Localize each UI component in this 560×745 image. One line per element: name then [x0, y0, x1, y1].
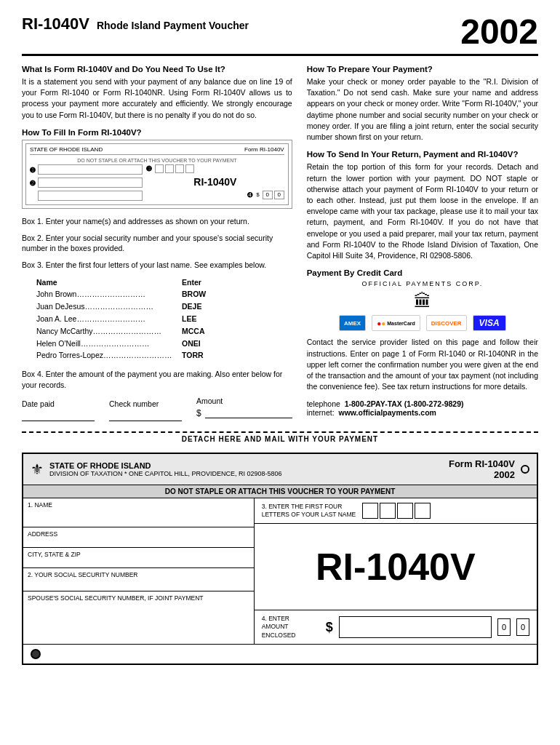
- credit-heading: Payment By Credit Card: [307, 268, 538, 277]
- name-0: John Brown………………………: [36, 288, 182, 300]
- name-col-header: Name: [36, 276, 182, 289]
- right-column: How To Prepare Your Payment? Make your c…: [307, 65, 538, 424]
- page-header: RI-1040V Rhode Island Payment Voucher 20…: [22, 15, 538, 56]
- box3-desc: Box 3. Enter the first four letters of y…: [22, 260, 292, 271]
- date-paid-item: Date paid: [22, 399, 95, 421]
- name-3: Nancy McCarthy………………………: [36, 325, 182, 338]
- internet-label: internet:: [307, 408, 335, 417]
- amount-dollar-sign: $: [326, 620, 333, 635]
- bottom-form: ⚜ STATE OF RHODE ISLAND DIVISION OF TAXA…: [22, 453, 538, 665]
- discover-logo: DISCOVER: [426, 315, 467, 331]
- amount-label-line1: 4. ENTER: [262, 615, 320, 623]
- state-name: STATE OF RHODE ISLAND: [49, 461, 282, 470]
- form-fields-area: 1. NAME ADDRESS CITY, STATE & ZIP 2. YOU…: [23, 498, 537, 644]
- mini-zero-1: 0: [263, 191, 273, 199]
- amount-enter-box: [339, 616, 492, 638]
- official-payments-label: OFFICIAL PAYMENTS CORP.: [307, 280, 538, 287]
- name-5: Pedro Torres-Lopez………………………: [36, 349, 182, 362]
- mini-zero-2: 0: [274, 191, 284, 199]
- code-1: DEJE: [182, 300, 201, 313]
- credit-text: Contact the service provider listed on t…: [307, 337, 538, 392]
- letters-label: 3. ENTER THE FIRST FOUR LETTERS OF YOUR …: [262, 503, 356, 519]
- instructions-section: What Is Form RI-1040V and Do You Need To…: [22, 65, 538, 424]
- send-text: Retain the top portion of this form for …: [307, 162, 538, 261]
- mini-letter-1: [155, 164, 164, 173]
- date-paid-label: Date paid: [22, 399, 95, 408]
- fill-in-preview: STATE OF RHODE ISLAND Form RI-1040V DO N…: [22, 140, 292, 209]
- name-row-1: Juan DeJesus……………………… DEJE: [36, 300, 292, 313]
- internet-line: internet: www.officialpayments.com: [307, 408, 538, 417]
- detach-line: DETACH HERE AND MAIL WITH YOUR PAYMENT: [22, 431, 538, 445]
- form-year: 2002: [460, 15, 538, 49]
- arrow-1: ➊: [30, 167, 36, 174]
- code-2: LEE: [182, 313, 196, 325]
- prepare-heading: How To Prepare Your Payment?: [307, 65, 538, 73]
- amount-label-line3: ENCLOSED: [262, 632, 320, 640]
- amount-label: Amount: [196, 397, 292, 405]
- bottom-form-year: 2002: [449, 469, 515, 480]
- telephone-line: telephone 1-800-2PAY-TAX (1-800-272-9829…: [307, 399, 538, 408]
- credit-card-section: OFFICIAL PAYMENTS CORP. 🏛 AMEX ● ● Maste…: [307, 280, 538, 417]
- arrow-4: ➍: [247, 191, 253, 199]
- bank-icon: 🏛: [307, 291, 538, 311]
- fill-donotstaple: DO NOT STAPLE OR ATTACH THIS VOUCHER TO …: [30, 157, 284, 164]
- name-field-box: 1. NAME: [23, 498, 254, 527]
- name-field-label: 1. NAME: [28, 501, 249, 509]
- dollar-mini: $: [256, 191, 259, 198]
- bottom-header-right: Form RI-1040V 2002: [449, 458, 529, 480]
- ssn-field-label: 2. YOUR SOCIAL SECURITY NUMBER: [28, 571, 249, 578]
- letter-box-1: [362, 503, 378, 519]
- box2-desc: Box 2. Enter your social security number…: [22, 233, 292, 254]
- state-seal-icon: ⚜: [31, 461, 44, 478]
- spouse-ssn-label: SPOUSE'S SOCIAL SECURITY NUMBER, IF JOIN…: [28, 594, 249, 602]
- code-3: MCCA: [182, 325, 205, 338]
- code-4: ONEI: [182, 338, 201, 350]
- letters-boxes: [362, 503, 431, 519]
- bottom-form-name: Form RI-1040V: [449, 458, 515, 469]
- name-4: Helen O'Neill………………………: [36, 338, 182, 350]
- prepare-text: Make your check or money order payable t…: [307, 76, 538, 143]
- letter-boxes-mini: [155, 164, 194, 173]
- header-left: RI-1040V Rhode Island Payment Voucher: [22, 15, 249, 33]
- fill-ssn2-field: [38, 191, 143, 201]
- footer-bullet: [31, 649, 41, 659]
- fill-amount-area: ➍ $ 0 0: [146, 191, 284, 199]
- mini-letter-4: [185, 164, 194, 173]
- zero-box-2: 0: [516, 618, 529, 636]
- city-field-label: CITY, STATE & ZIP: [28, 551, 249, 558]
- amount-label-line2: AMOUNT: [262, 623, 320, 631]
- name-row-4: Helen O'Neill……………………… ONEI: [36, 338, 292, 350]
- amount-item: Amount $: [196, 397, 292, 421]
- name-row-0: John Brown……………………… BROW: [36, 288, 292, 300]
- telephone-number: 1-800-2PAY-TAX (1-800-272-9829): [345, 399, 464, 408]
- form-left-fields: 1. NAME ADDRESS CITY, STATE & ZIP 2. YOU…: [23, 498, 255, 644]
- left-column: What Is Form RI-1040V and Do You Need To…: [22, 65, 292, 424]
- fill-rows: ➊ ➋ ➋ ➌: [30, 164, 284, 202]
- amount-enclosed-label: 4. ENTER AMOUNT ENCLOSED: [262, 615, 320, 639]
- box4-section: Box 4. Enter the amount of the payment y…: [22, 369, 292, 421]
- name-row-2: Joan A. Lee……………………… LEE: [36, 313, 292, 325]
- card-logos: AMEX ● ● MasterCard DISCOVER VISA: [307, 315, 538, 331]
- letter-box-3: [397, 503, 413, 519]
- send-heading: How To Send In Your Return, Payment and …: [307, 150, 538, 159]
- donotstaple-bar: DO NOT STAPLE OR ATTACH THIS VOUCHER TO …: [23, 485, 537, 498]
- bottom-form-header: ⚜ STATE OF RHODE ISLAND DIVISION OF TAXA…: [23, 454, 537, 485]
- city-field-box: CITY, STATE & ZIP: [23, 548, 254, 568]
- name-1: Juan DeJesus………………………: [36, 300, 182, 313]
- check-number-line: [109, 410, 182, 421]
- zero-boxes-mini: 0 0: [263, 191, 284, 199]
- name-header-row: Name Enter: [36, 276, 292, 289]
- state-sub: DIVISION OF TAXATION * ONE CAPITOL HILL,…: [49, 470, 282, 477]
- name-2: Joan A. Lee………………………: [36, 313, 182, 325]
- internet-url: www.officialpayments.com: [338, 408, 436, 417]
- mc-text: MasterCard: [387, 321, 415, 326]
- mini-letter-2: [165, 164, 174, 173]
- date-paid-line: [22, 410, 95, 421]
- mini-letter-3: [175, 164, 184, 173]
- how-fill-heading: How To Fill In Form RI-1040V?: [22, 128, 292, 137]
- big-form-title: RI-1040V: [255, 524, 537, 610]
- bottom-header-left: ⚜ STATE OF RHODE ISLAND DIVISION OF TAXA…: [31, 461, 282, 478]
- zero-box-1: 0: [497, 618, 511, 636]
- address-field-label: ADDRESS: [28, 530, 249, 538]
- spouse-ssn-field-box: SPOUSE'S SOCIAL SECURITY NUMBER, IF JOIN…: [23, 591, 254, 615]
